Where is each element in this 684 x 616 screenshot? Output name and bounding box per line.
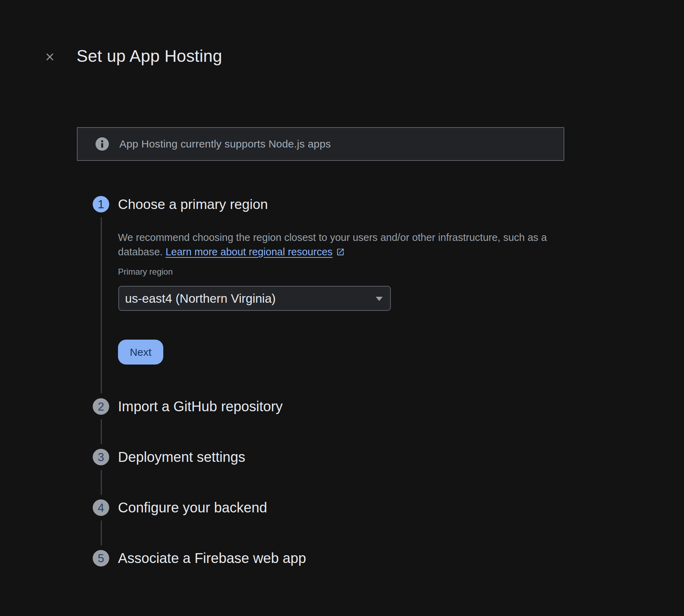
primary-region-label: Primary region xyxy=(118,267,173,277)
dropdown-arrow-icon xyxy=(376,297,383,301)
info-icon xyxy=(96,137,109,151)
step-label-configure-backend: Configure your backend xyxy=(118,499,267,516)
primary-region-selected-value: us-east4 (Northern Virginia) xyxy=(125,291,276,306)
description-line-1: We recommend choosing the region closest… xyxy=(118,232,547,243)
step-label-associate-webapp: Associate a Firebase web app xyxy=(118,550,306,566)
step-label-choose-region: Choose a primary region xyxy=(118,196,268,212)
external-link-icon xyxy=(336,248,345,256)
step-indicator-5: 5 xyxy=(93,550,109,566)
learn-more-link-text: Learn more about regional resources xyxy=(165,246,333,257)
primary-region-select[interactable]: us-east4 (Northern Virginia) xyxy=(118,286,391,311)
stepper-connector-2 xyxy=(101,419,102,444)
step-indicator-4: 4 xyxy=(93,499,109,516)
step-indicator-2: 2 xyxy=(93,398,109,415)
stepper-connector-3 xyxy=(101,470,102,495)
next-button[interactable]: Next xyxy=(118,340,163,365)
step-label-import-repo: Import a GitHub repository xyxy=(118,398,283,415)
description-line-2: database. xyxy=(118,246,163,257)
page-title: Set up App Hosting xyxy=(77,46,222,66)
close-icon xyxy=(44,51,56,63)
banner-text: App Hosting currently supports Node.js a… xyxy=(119,138,331,150)
stepper-connector-1 xyxy=(101,217,102,393)
learn-more-link[interactable]: Learn more about regional resources xyxy=(165,246,345,257)
step-label-deployment-settings: Deployment settings xyxy=(118,449,245,465)
step-indicator-3: 3 xyxy=(93,449,109,465)
info-banner: App Hosting currently supports Node.js a… xyxy=(77,127,564,161)
stepper-connector-4 xyxy=(101,520,102,545)
step-indicator-1: 1 xyxy=(93,196,109,212)
close-button[interactable] xyxy=(42,50,57,64)
region-description: We recommend choosing the region closest… xyxy=(118,230,574,259)
